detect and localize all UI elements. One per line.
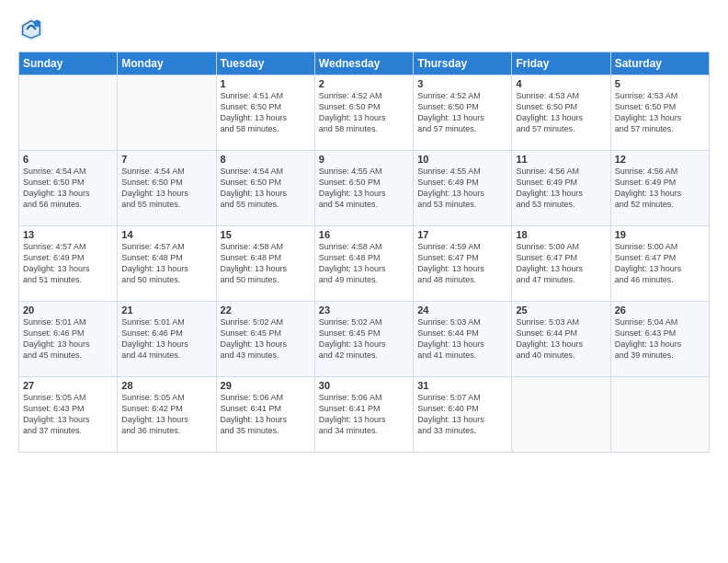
day-number: 20 [23, 304, 113, 316]
calendar-cell: 23Sunrise: 5:02 AM Sunset: 6:45 PM Dayli… [314, 302, 413, 377]
day-number: 3 [417, 78, 507, 89]
day-detail: Sunrise: 5:00 AM Sunset: 6:47 PM Dayligh… [516, 241, 606, 286]
day-number: 17 [417, 229, 507, 240]
day-detail: Sunrise: 4:53 AM Sunset: 6:50 PM Dayligh… [516, 90, 606, 135]
calendar-cell: 6Sunrise: 4:54 AM Sunset: 6:50 PM Daylig… [19, 151, 118, 226]
day-detail: Sunrise: 4:52 AM Sunset: 6:50 PM Dayligh… [417, 90, 507, 135]
day-number: 9 [319, 154, 409, 165]
calendar-cell [118, 75, 216, 151]
calendar-cell: 19Sunrise: 5:00 AM Sunset: 6:47 PM Dayli… [610, 226, 709, 302]
week-row-2: 6Sunrise: 4:54 AM Sunset: 6:50 PM Daylig… [19, 151, 710, 226]
weekday-header-tuesday: Tuesday [216, 52, 314, 75]
day-detail: Sunrise: 4:57 AM Sunset: 6:49 PM Dayligh… [23, 241, 113, 286]
weekday-header-row: SundayMondayTuesdayWednesdayThursdayFrid… [19, 52, 710, 75]
weekday-header-thursday: Thursday [414, 52, 512, 75]
day-detail: Sunrise: 4:57 AM Sunset: 6:48 PM Dayligh… [121, 241, 211, 286]
day-number: 8 [221, 154, 311, 165]
weekday-header-saturday: Saturday [610, 52, 709, 75]
day-number: 18 [516, 229, 606, 240]
weekday-header-wednesday: Wednesday [314, 52, 413, 75]
day-number: 22 [221, 304, 311, 316]
day-detail: Sunrise: 4:55 AM Sunset: 6:50 PM Dayligh… [319, 166, 409, 211]
calendar-cell: 24Sunrise: 5:03 AM Sunset: 6:44 PM Dayli… [414, 302, 512, 377]
day-number: 28 [121, 380, 211, 391]
calendar-cell: 29Sunrise: 5:06 AM Sunset: 6:41 PM Dayli… [216, 377, 314, 453]
day-detail: Sunrise: 4:52 AM Sunset: 6:50 PM Dayligh… [319, 90, 409, 135]
day-number: 31 [417, 380, 507, 391]
calendar-cell: 25Sunrise: 5:03 AM Sunset: 6:44 PM Dayli… [512, 302, 610, 377]
day-detail: Sunrise: 4:56 AM Sunset: 6:49 PM Dayligh… [615, 166, 705, 211]
calendar-cell: 3Sunrise: 4:52 AM Sunset: 6:50 PM Daylig… [414, 75, 512, 151]
day-detail: Sunrise: 5:01 AM Sunset: 6:46 PM Dayligh… [121, 316, 211, 362]
day-detail: Sunrise: 4:55 AM Sunset: 6:49 PM Dayligh… [417, 166, 507, 211]
day-number: 10 [417, 154, 507, 165]
week-row-5: 27Sunrise: 5:05 AM Sunset: 6:43 PM Dayli… [19, 377, 710, 453]
day-number: 21 [121, 304, 211, 316]
weekday-header-sunday: Sunday [19, 52, 118, 75]
day-detail: Sunrise: 4:54 AM Sunset: 6:50 PM Dayligh… [23, 166, 113, 211]
day-detail: Sunrise: 5:05 AM Sunset: 6:43 PM Dayligh… [23, 392, 113, 437]
calendar-cell: 12Sunrise: 4:56 AM Sunset: 6:49 PM Dayli… [610, 151, 709, 226]
day-number: 12 [615, 154, 705, 165]
day-detail: Sunrise: 5:01 AM Sunset: 6:46 PM Dayligh… [23, 316, 113, 362]
day-detail: Sunrise: 5:02 AM Sunset: 6:45 PM Dayligh… [221, 316, 311, 362]
calendar-cell: 21Sunrise: 5:01 AM Sunset: 6:46 PM Dayli… [118, 302, 216, 377]
day-number: 2 [319, 78, 409, 89]
calendar-cell: 10Sunrise: 4:55 AM Sunset: 6:49 PM Dayli… [414, 151, 512, 226]
day-number: 5 [615, 78, 705, 89]
weekday-header-monday: Monday [118, 52, 216, 75]
day-number: 27 [23, 380, 113, 391]
calendar-cell: 1Sunrise: 4:51 AM Sunset: 6:50 PM Daylig… [216, 75, 314, 151]
day-detail: Sunrise: 4:58 AM Sunset: 6:48 PM Dayligh… [221, 241, 311, 286]
week-row-3: 13Sunrise: 4:57 AM Sunset: 6:49 PM Dayli… [19, 226, 710, 302]
calendar-cell: 20Sunrise: 5:01 AM Sunset: 6:46 PM Dayli… [19, 302, 118, 377]
day-detail: Sunrise: 5:00 AM Sunset: 6:47 PM Dayligh… [615, 241, 705, 286]
day-number: 16 [319, 229, 409, 240]
week-row-4: 20Sunrise: 5:01 AM Sunset: 6:46 PM Dayli… [19, 302, 710, 377]
week-row-1: 1Sunrise: 4:51 AM Sunset: 6:50 PM Daylig… [19, 75, 710, 151]
day-number: 15 [221, 229, 311, 240]
calendar-cell: 13Sunrise: 4:57 AM Sunset: 6:49 PM Dayli… [19, 226, 118, 302]
day-detail: Sunrise: 5:07 AM Sunset: 6:40 PM Dayligh… [417, 392, 507, 437]
day-number: 6 [23, 154, 113, 165]
day-number: 23 [319, 304, 409, 316]
page: SundayMondayTuesdayWednesdayThursdayFrid… [0, 0, 728, 563]
day-detail: Sunrise: 4:58 AM Sunset: 6:48 PM Dayligh… [319, 241, 409, 286]
calendar-cell: 16Sunrise: 4:58 AM Sunset: 6:48 PM Dayli… [314, 226, 413, 302]
calendar-cell [19, 75, 118, 151]
day-number: 19 [615, 229, 705, 240]
day-detail: Sunrise: 5:06 AM Sunset: 6:41 PM Dayligh… [221, 392, 311, 437]
day-detail: Sunrise: 5:02 AM Sunset: 6:45 PM Dayligh… [319, 316, 409, 362]
day-number: 7 [121, 154, 211, 165]
calendar-cell: 11Sunrise: 4:56 AM Sunset: 6:49 PM Dayli… [512, 151, 610, 226]
day-detail: Sunrise: 5:04 AM Sunset: 6:43 PM Dayligh… [615, 316, 705, 362]
calendar-cell: 9Sunrise: 4:55 AM Sunset: 6:50 PM Daylig… [314, 151, 413, 226]
weekday-header-friday: Friday [512, 52, 610, 75]
day-number: 25 [516, 304, 606, 316]
day-number: 29 [221, 380, 311, 391]
day-number: 30 [319, 380, 409, 391]
calendar-cell: 5Sunrise: 4:53 AM Sunset: 6:50 PM Daylig… [610, 75, 709, 151]
calendar-table: SundayMondayTuesdayWednesdayThursdayFrid… [18, 52, 710, 453]
calendar-cell: 4Sunrise: 4:53 AM Sunset: 6:50 PM Daylig… [512, 75, 610, 151]
day-number: 13 [23, 229, 113, 240]
calendar-cell: 18Sunrise: 5:00 AM Sunset: 6:47 PM Dayli… [512, 226, 610, 302]
calendar-cell: 8Sunrise: 4:54 AM Sunset: 6:50 PM Daylig… [216, 151, 314, 226]
calendar-cell: 14Sunrise: 4:57 AM Sunset: 6:48 PM Dayli… [118, 226, 216, 302]
calendar-cell: 7Sunrise: 4:54 AM Sunset: 6:50 PM Daylig… [118, 151, 216, 226]
day-detail: Sunrise: 4:53 AM Sunset: 6:50 PM Dayligh… [615, 90, 705, 135]
calendar-cell: 30Sunrise: 5:06 AM Sunset: 6:41 PM Dayli… [314, 377, 413, 453]
day-detail: Sunrise: 5:03 AM Sunset: 6:44 PM Dayligh… [516, 316, 606, 362]
day-detail: Sunrise: 5:06 AM Sunset: 6:41 PM Dayligh… [319, 392, 409, 437]
calendar-cell [512, 377, 610, 453]
calendar-cell [610, 377, 709, 453]
day-number: 1 [221, 78, 311, 89]
day-detail: Sunrise: 5:03 AM Sunset: 6:44 PM Dayligh… [417, 316, 507, 362]
calendar-cell: 26Sunrise: 5:04 AM Sunset: 6:43 PM Dayli… [610, 302, 709, 377]
day-number: 4 [516, 78, 606, 89]
calendar-cell: 22Sunrise: 5:02 AM Sunset: 6:45 PM Dayli… [216, 302, 314, 377]
day-number: 11 [516, 154, 606, 165]
day-detail: Sunrise: 4:54 AM Sunset: 6:50 PM Dayligh… [221, 166, 311, 211]
day-number: 26 [615, 304, 705, 316]
calendar-cell: 17Sunrise: 4:59 AM Sunset: 6:47 PM Dayli… [414, 226, 512, 302]
